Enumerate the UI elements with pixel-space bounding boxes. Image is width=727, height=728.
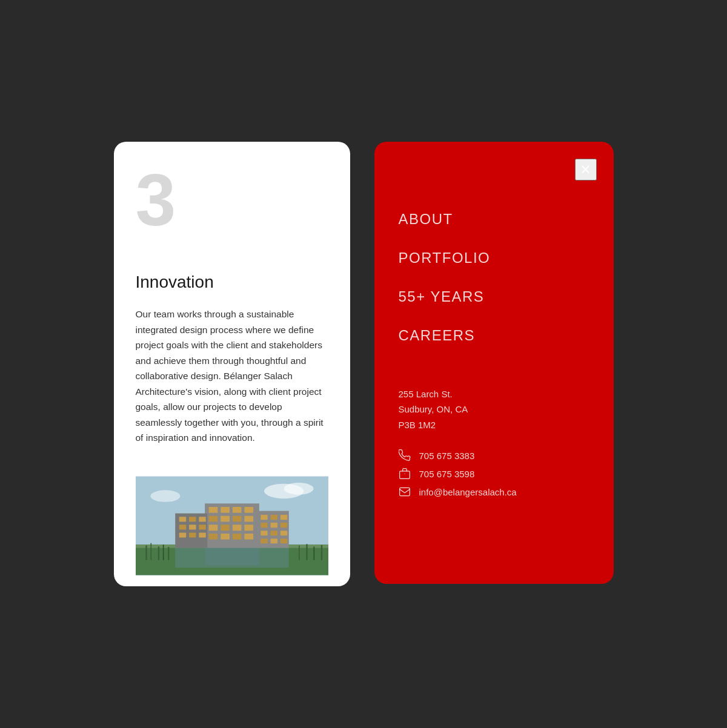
svg-rect-40 — [179, 532, 185, 537]
svg-rect-14 — [313, 546, 314, 560]
svg-rect-17 — [208, 507, 217, 513]
nav-item-years[interactable]: 55+ YEARS — [399, 277, 589, 316]
address-line-2: Sudbury, ON, CA — [399, 402, 589, 417]
svg-rect-22 — [221, 516, 230, 522]
svg-rect-48 — [270, 523, 277, 528]
svg-point-2 — [284, 483, 313, 495]
svg-rect-41 — [189, 532, 196, 537]
svg-rect-21 — [208, 516, 217, 522]
svg-rect-23 — [232, 516, 241, 522]
svg-rect-31 — [232, 534, 241, 540]
svg-rect-8 — [150, 543, 151, 561]
svg-rect-50 — [261, 531, 267, 535]
svg-rect-15 — [320, 545, 322, 560]
close-button[interactable]: × — [575, 159, 597, 180]
svg-rect-27 — [232, 524, 241, 531]
svg-rect-52 — [280, 531, 287, 535]
svg-rect-60 — [399, 488, 410, 496]
card-number: 3 — [136, 164, 328, 236]
address-line-1: 255 Larch St. — [399, 386, 589, 402]
svg-point-3 — [150, 490, 180, 502]
svg-rect-7 — [145, 546, 147, 560]
svg-rect-37 — [179, 524, 185, 529]
svg-rect-11 — [168, 547, 169, 560]
card-title: Innovation — [136, 273, 328, 292]
nav-item-careers[interactable]: CAREERS — [399, 316, 589, 355]
fax-number: 705 675 3598 — [419, 469, 475, 479]
svg-rect-32 — [244, 534, 253, 540]
svg-rect-47 — [261, 523, 267, 528]
svg-rect-45 — [270, 515, 277, 520]
card-body: Our team works through a sustainable int… — [136, 306, 328, 446]
svg-rect-28 — [244, 524, 253, 531]
phone-contact: 705 675 3383 — [399, 449, 589, 462]
navigation-menu: ABOUT PORTFOLIO 55+ YEARS CAREERS — [399, 200, 589, 355]
svg-rect-58 — [399, 471, 410, 479]
email-contact: info@belangersalach.ca — [399, 486, 589, 498]
svg-rect-44 — [261, 515, 267, 520]
svg-rect-29 — [208, 534, 217, 540]
svg-rect-34 — [179, 517, 185, 521]
svg-rect-19 — [232, 507, 241, 513]
svg-rect-36 — [199, 517, 205, 521]
building-illustration — [136, 465, 328, 586]
nav-item-portfolio[interactable]: PORTFOLIO — [399, 239, 589, 277]
contact-section: 255 Larch St. Sudbury, ON, CA P3B 1M2 70… — [399, 386, 589, 505]
svg-rect-24 — [244, 516, 253, 522]
fax-contact: 705 675 3598 — [399, 468, 589, 480]
innovation-card: 3 Innovation Our team works through a su… — [114, 142, 350, 586]
phone-number: 705 675 3383 — [419, 451, 475, 461]
svg-rect-9 — [158, 546, 159, 560]
svg-rect-39 — [199, 524, 205, 529]
svg-rect-35 — [189, 517, 196, 521]
email-address: info@belangersalach.ca — [419, 487, 517, 497]
svg-rect-12 — [299, 546, 300, 560]
nav-item-about[interactable]: ABOUT — [399, 200, 589, 239]
svg-rect-51 — [270, 531, 277, 535]
svg-rect-13 — [306, 544, 307, 560]
main-container: 3 Innovation Our team works through a su… — [114, 142, 614, 586]
building-image — [136, 465, 328, 586]
svg-rect-49 — [280, 523, 287, 528]
address-line-3: P3B 1M2 — [399, 417, 589, 433]
svg-rect-38 — [189, 524, 196, 529]
svg-rect-53 — [261, 538, 267, 543]
svg-rect-46 — [280, 515, 287, 520]
svg-rect-25 — [208, 524, 217, 531]
svg-rect-54 — [270, 538, 277, 543]
svg-rect-57 — [205, 548, 259, 566]
fax-icon — [399, 468, 411, 480]
svg-rect-18 — [221, 507, 230, 513]
svg-rect-26 — [221, 524, 230, 531]
svg-rect-55 — [280, 538, 287, 543]
svg-rect-42 — [199, 532, 205, 537]
email-icon — [399, 486, 411, 498]
nav-menu-card: × ABOUT PORTFOLIO 55+ YEARS CAREERS 255 … — [374, 142, 614, 584]
svg-rect-20 — [244, 507, 253, 513]
address-block: 255 Larch St. Sudbury, ON, CA P3B 1M2 — [399, 386, 589, 433]
svg-rect-30 — [221, 534, 230, 540]
close-icon: × — [580, 161, 590, 178]
phone-icon — [399, 449, 411, 462]
svg-rect-10 — [162, 544, 164, 560]
